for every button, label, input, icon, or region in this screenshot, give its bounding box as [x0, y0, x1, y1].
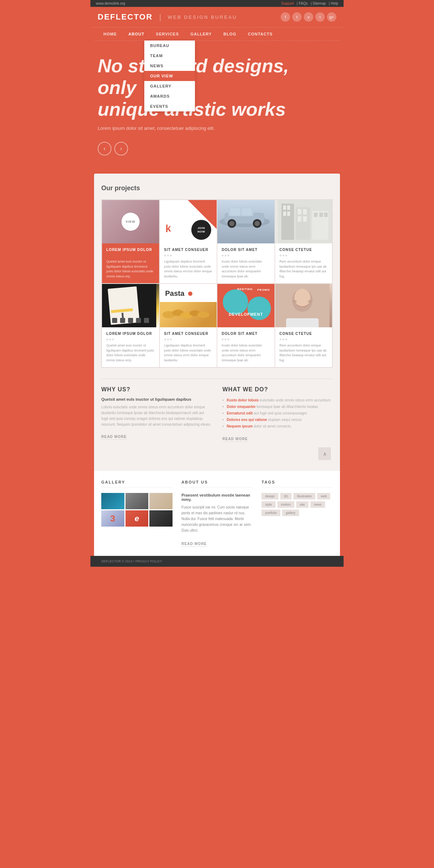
tag-web[interactable]: web [317, 493, 331, 499]
footer-gallery: GALLERY 3 e [101, 480, 173, 547]
tag-style[interactable]: style [261, 501, 276, 508]
hero-next-button[interactable]: › [114, 142, 128, 156]
card-design: k JOINNOW [160, 200, 217, 243]
player-btn[interactable] [112, 318, 117, 323]
project-image-1: VIEW [102, 200, 159, 243]
player-btn[interactable] [144, 318, 149, 323]
pasta-title: Pasta [165, 289, 193, 298]
svg-point-37 [293, 300, 297, 302]
gallery-thumb-4[interactable]: 3 [101, 510, 124, 527]
tag-motion[interactable]: motion [277, 501, 294, 508]
dropdown-gallery[interactable]: GALLERY [144, 81, 195, 91]
dot [112, 339, 114, 340]
project-image-6: Pasta [160, 284, 217, 327]
dot [280, 339, 281, 340]
gallery-thumb-6[interactable] [149, 510, 173, 527]
copyright: DEFLECTOR © 2013 • PRIVACY POLICY [101, 559, 162, 563]
tag-portfolio[interactable]: portfolio [261, 510, 280, 516]
why-us-read-more[interactable]: READ MORE [101, 435, 127, 440]
gallery-thumb-2[interactable] [125, 493, 149, 509]
dropdown-awards[interactable]: AWARDS [144, 91, 195, 101]
tag-design[interactable]: design [261, 493, 278, 499]
google-plus-icon[interactable]: g+ [327, 12, 336, 22]
logo[interactable]: DEFLECTOR [98, 12, 153, 22]
dot [227, 339, 229, 340]
dropdown-events[interactable]: EVENTS [144, 101, 195, 111]
gallery-thumb-1[interactable] [101, 493, 124, 509]
dropdown-bureau[interactable]: BUREAU [144, 41, 195, 51]
tags-container: design 3D illustration web style motion … [261, 493, 333, 516]
pasta-design: Pasta [160, 284, 217, 327]
gallery-thumb-5[interactable]: e [125, 510, 149, 527]
project-dots-3 [222, 255, 270, 256]
tag-site[interactable]: site [296, 501, 309, 508]
what-we-do-read-more[interactable]: READ MORE [222, 437, 248, 442]
pasta-dot [188, 292, 192, 296]
help-link[interactable]: | Help [329, 1, 338, 5]
nav-gallery[interactable]: GALLERY [185, 27, 218, 41]
svg-rect-36 [286, 318, 319, 327]
dot [170, 255, 172, 256]
svg-rect-3 [230, 208, 240, 215]
hero-prev-button[interactable]: ‹ [98, 142, 111, 156]
nav-services[interactable]: SERVICES [150, 27, 184, 41]
dropdown-our-view[interactable]: OUR VIEW [144, 71, 195, 81]
hero-controls: ‹ › [98, 142, 336, 156]
support-link[interactable]: Support [281, 1, 294, 5]
project-image-4 [275, 200, 332, 243]
tag-illustration[interactable]: illustration [293, 493, 315, 499]
svg-rect-21 [314, 213, 318, 217]
player-btn[interactable] [120, 318, 125, 323]
facebook-icon[interactable]: f [281, 12, 290, 22]
project-cell-3: DOLOR SIT AMET Kusto dolor lobois euiscl… [217, 200, 275, 284]
bottom-footer: DEFLECTOR © 2013 • PRIVACY POLICY [90, 556, 344, 567]
tag-gallery[interactable]: gallery [282, 510, 299, 516]
dropdown-team[interactable]: TEAM [144, 51, 195, 61]
dot [282, 255, 284, 256]
promo-text: PROMO [257, 288, 270, 292]
two-col-section: WHY US? Quetsit amet euls inuctor ut lig… [101, 379, 333, 442]
navigation: HOME ABOUT BUREAU TEAM NEWS OUR VIEW GAL… [90, 27, 344, 41]
list-item: Dolores eos qui ratione vluptam sequi ne… [222, 417, 333, 423]
sitemap-link[interactable]: | Sitemap [311, 1, 326, 5]
dot [106, 255, 108, 256]
project-title-2: SIT AMET CONSEUER [164, 248, 213, 252]
project-info-7: DOLOR SIT AMET Kusto dolor lobois euiscl… [217, 327, 275, 367]
project-dots-1 [106, 255, 155, 256]
project-info-1: LOREM IPSUM DOLOR Quetsit amet euis inuc… [102, 243, 159, 283]
nav-about[interactable]: ABOUT BUREAU TEAM NEWS OUR VIEW GALLERY … [123, 27, 150, 41]
join-now-button[interactable]: JOINNOW [191, 220, 211, 240]
footer-read-more[interactable]: READ MORE [182, 542, 207, 547]
back-top-button[interactable]: ∧ [318, 447, 331, 460]
gallery-thumb-3[interactable] [149, 493, 173, 509]
dot [112, 255, 114, 256]
dot [109, 255, 111, 256]
nav-home[interactable]: HOME [98, 27, 123, 41]
tag-news[interactable]: news [310, 501, 325, 508]
tumblr-icon[interactable]: t [315, 12, 325, 22]
dropdown-news[interactable]: NEWS [144, 61, 195, 71]
project-image-3 [217, 200, 275, 243]
player-btn[interactable] [128, 318, 133, 323]
project-dots-2 [164, 255, 213, 256]
circle-teal-2 [247, 297, 271, 320]
nav-contacts[interactable]: CONTACTS [242, 27, 278, 41]
svg-rect-17 [303, 209, 307, 214]
what-we-do-section: WHAT WE DO? Kusto dolor lobois euisclati… [222, 386, 333, 442]
nav-blog[interactable]: BLOG [218, 27, 242, 41]
twitter-icon[interactable]: t [292, 12, 302, 22]
dot [285, 255, 287, 256]
player-btn[interactable] [136, 318, 141, 323]
project-image-7: PROMO RKETING DEVELOPMENT [217, 284, 275, 327]
tag-3d[interactable]: 3D [280, 493, 292, 499]
hero-subtitle: Lorem ipsum dolor sit amet, consectetuer… [98, 125, 242, 131]
project-dots-5 [106, 339, 155, 340]
logo-area: DEFLECTOR | WEB DESIGN BUREAU [98, 12, 237, 22]
vimeo-icon[interactable]: v [304, 12, 313, 22]
header: DEFLECTOR | WEB DESIGN BUREAU f t v t g+ [90, 7, 344, 27]
faqs-link[interactable]: | FAQs [297, 1, 308, 5]
view-button-1[interactable]: VIEW [122, 213, 140, 231]
project-desc-7: Kusto dolor lobois euisclatis unde omnis… [222, 343, 270, 363]
building-design [275, 200, 332, 243]
svg-rect-13 [283, 212, 286, 216]
